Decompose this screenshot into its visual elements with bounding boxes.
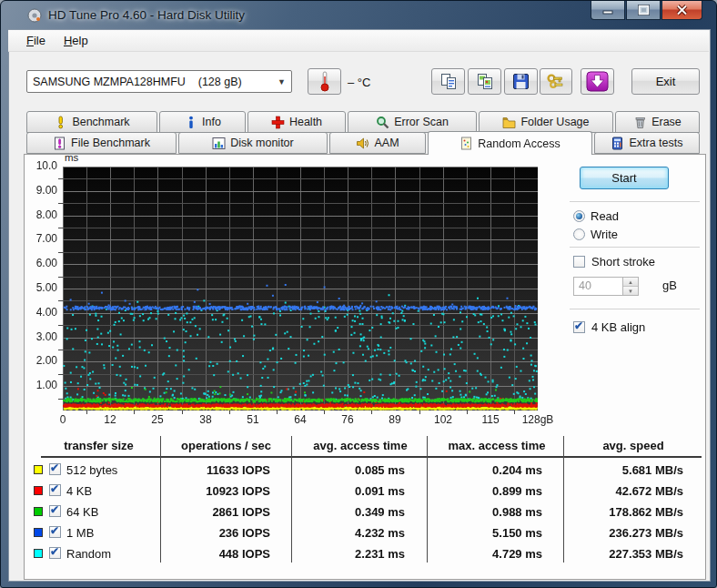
options-button[interactable] xyxy=(540,68,572,95)
transfer-size-label: Random xyxy=(66,543,111,564)
tab-label: File Benchmark xyxy=(71,137,150,149)
maximize-icon xyxy=(638,5,650,15)
save-icon xyxy=(512,73,530,90)
column-header-operations: operations / sec xyxy=(160,439,292,452)
tab-label: Random Access xyxy=(478,137,560,150)
read-radio-label: Read xyxy=(591,209,619,223)
maximize-button[interactable] xyxy=(626,1,661,20)
save-button[interactable] xyxy=(504,68,538,95)
menu-file[interactable]: File xyxy=(17,31,55,50)
calculator-icon xyxy=(611,137,624,150)
start-button-label: Start xyxy=(611,171,636,185)
tab-aam[interactable]: AAM xyxy=(329,132,426,154)
avg-access-value: 0.349 ms xyxy=(292,502,405,522)
temperature-button[interactable] xyxy=(308,68,341,95)
max-access-value: 0.988 ms xyxy=(429,502,542,522)
series-color-chip xyxy=(34,549,43,558)
trash-icon xyxy=(633,116,647,129)
copy-image-icon xyxy=(476,73,494,91)
info-icon xyxy=(184,116,197,129)
drive-select[interactable]: SAMSUNG MZMPA128HMFU (128 gB) ▼ xyxy=(26,70,292,93)
tab-label: Benchmark xyxy=(72,116,129,128)
short-stroke-size-value: 40 xyxy=(574,278,622,295)
short-stroke-checkbox[interactable] xyxy=(573,256,585,268)
app-icon xyxy=(27,8,42,23)
file-benchmark-icon xyxy=(53,137,66,150)
series-color-chip xyxy=(34,486,43,495)
tab-benchmark[interactable]: Benchmark xyxy=(26,111,157,133)
menu-help[interactable]: Help xyxy=(55,31,97,50)
app-window: HD Tune Pro 4.60 - Hard Disk Utility Fil… xyxy=(0,0,717,588)
access-time-scatter-chart xyxy=(63,167,538,411)
avg-access-value: 0.091 ms xyxy=(292,481,405,502)
avg-access-value: 2.231 ms xyxy=(292,543,405,564)
write-radio[interactable] xyxy=(573,228,585,240)
minimize-button[interactable] xyxy=(591,1,625,20)
tab-label: Folder Usage xyxy=(520,116,589,128)
series-checkbox[interactable] xyxy=(49,463,61,475)
header-rule xyxy=(41,456,702,458)
tab-error-scan[interactable]: Error Scan xyxy=(348,111,477,133)
avg-speed-value: 5.681 MB/s xyxy=(565,460,683,481)
close-icon xyxy=(676,5,688,15)
table-row: 1 MB 236 IOPS 4.232 ms 5.150 ms 236.273 … xyxy=(30,522,702,543)
series-checkbox[interactable] xyxy=(49,547,61,559)
exit-button[interactable]: Exit xyxy=(631,68,700,95)
ops-value: 2861 IOPS xyxy=(160,502,270,522)
keys-icon xyxy=(546,73,566,91)
copy-image-button[interactable] xyxy=(468,68,501,95)
tab-file-benchmark[interactable]: File Benchmark xyxy=(26,132,177,154)
tab-erase[interactable]: Erase xyxy=(615,111,700,133)
stepper-down-icon[interactable]: ▼ xyxy=(623,287,638,295)
short-stroke-size-stepper[interactable]: 40 ▲ ▼ xyxy=(573,277,639,296)
avg-speed-value: 42.672 MB/s xyxy=(565,481,683,502)
ops-value: 10923 IOPS xyxy=(160,481,270,502)
read-radio[interactable] xyxy=(573,210,585,222)
table-row: 64 KB 2861 IOPS 0.349 ms 0.988 ms 178.86… xyxy=(30,502,702,522)
tab-label: Disk monitor xyxy=(230,137,293,149)
series-checkbox[interactable] xyxy=(49,505,61,517)
4kb-align-label: 4 KB align xyxy=(591,320,645,334)
write-radio-label: Write xyxy=(591,228,618,241)
4kb-align-checkbox[interactable] xyxy=(573,321,585,333)
tab-disk-monitor[interactable]: Disk monitor xyxy=(178,132,328,154)
exit-button-label: Exit xyxy=(656,75,676,88)
avg-access-value: 4.232 ms xyxy=(292,522,405,543)
avg-speed-value: 178.862 MB/s xyxy=(565,502,683,522)
drive-select-value: SAMSUNG MZMPA128HMFU (128 gB) xyxy=(33,76,274,88)
chevron-down-icon: ▼ xyxy=(278,77,286,86)
tab-random-access[interactable]: Random Access xyxy=(428,131,592,155)
series-checkbox[interactable] xyxy=(49,484,61,496)
tab-label: Erase xyxy=(651,116,682,128)
series-checkbox[interactable] xyxy=(49,526,61,538)
avg-access-value: 0.085 ms xyxy=(292,460,405,481)
update-button[interactable] xyxy=(581,68,614,95)
tab-health[interactable]: Health xyxy=(247,111,346,133)
copy-text-button[interactable] xyxy=(431,68,465,95)
tab-info[interactable]: Info xyxy=(159,111,246,133)
series-color-chip xyxy=(34,465,43,474)
tab-folder-usage[interactable]: Folder Usage xyxy=(479,111,613,133)
tab-extra-tests[interactable]: Extra tests xyxy=(594,132,700,154)
minimize-icon xyxy=(602,5,613,15)
short-stroke-unit-label: gB xyxy=(662,279,677,292)
series-color-chip xyxy=(34,507,43,516)
max-access-value: 0.899 ms xyxy=(429,481,542,502)
divider xyxy=(570,309,700,309)
tab-label: Extra tests xyxy=(629,137,682,149)
y-axis-unit: ms xyxy=(65,152,78,163)
table-row: 512 bytes 11633 IOPS 0.085 ms 0.204 ms 5… xyxy=(30,460,702,481)
bar-chart-icon xyxy=(212,137,226,150)
stepper-up-icon[interactable]: ▲ xyxy=(623,278,638,287)
max-access-value: 0.204 ms xyxy=(429,460,542,481)
start-button[interactable]: Start xyxy=(580,167,669,189)
window-title: HD Tune Pro 4.60 - Hard Disk Utility xyxy=(48,8,245,22)
random-access-icon xyxy=(459,137,473,150)
close-button[interactable] xyxy=(661,1,702,20)
column-header-transfer-size: transfer size xyxy=(37,439,160,452)
transfer-size-label: 1 MB xyxy=(66,522,94,543)
tab-label: Info xyxy=(202,116,221,128)
health-cross-icon xyxy=(271,116,285,129)
column-header-avg-speed: avg. speed xyxy=(565,439,702,452)
benchmark-icon xyxy=(54,116,67,129)
